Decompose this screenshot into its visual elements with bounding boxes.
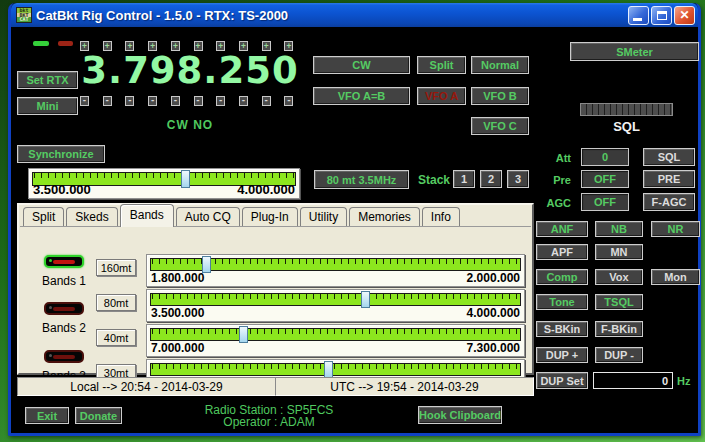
rx-row-value: OFF bbox=[581, 170, 629, 188]
band-min-label: 1.800.000 bbox=[151, 271, 204, 285]
client-area: Set RTX Mini ++++++++++ 3.798.250 ------… bbox=[14, 27, 695, 430]
title-bar[interactable]: bktBKTCAT CatBkt Rig Control - 1.5.0 - R… bbox=[11, 3, 698, 27]
band-slider-track[interactable] bbox=[150, 328, 521, 341]
sql-button[interactable]: SQL bbox=[643, 148, 695, 166]
split-button[interactable]: Split bbox=[417, 56, 466, 74]
mini-button[interactable]: Mini bbox=[17, 97, 78, 115]
tab-bands[interactable]: Bands bbox=[120, 204, 174, 227]
band-slider-track[interactable] bbox=[150, 363, 521, 376]
band-slider-panel: 1.800.0002.000.000 bbox=[146, 254, 525, 287]
main-slider-min-label: 3.500.000 bbox=[33, 182, 91, 197]
tab-plug-in[interactable]: Plug-In bbox=[242, 207, 298, 227]
freq-digit-minus-button[interactable]: - bbox=[80, 96, 89, 106]
sql-meter-label: SQL bbox=[580, 119, 673, 134]
local-time-status: Local --> 20:54 - 2014-03-29 bbox=[17, 377, 276, 396]
vox-button[interactable]: Vox bbox=[595, 269, 643, 285]
mode-cw-button[interactable]: CW bbox=[313, 56, 410, 74]
normal-button[interactable]: Normal bbox=[471, 56, 529, 74]
led-dot-icon bbox=[49, 259, 52, 262]
freq-digit-minus-button[interactable]: - bbox=[216, 96, 225, 106]
window-title: CatBkt Rig Control - 1.5.0 - RTX: TS-200… bbox=[36, 8, 626, 23]
freq-digit-minus-button[interactable]: - bbox=[103, 96, 112, 106]
nr-button[interactable]: NR bbox=[651, 221, 700, 237]
rx-row-label: Att bbox=[541, 152, 571, 164]
dup-unit-label: Hz bbox=[677, 375, 690, 387]
stack-label: Stack bbox=[418, 173, 450, 187]
tab-skeds[interactable]: Skeds bbox=[66, 207, 117, 227]
tab-memories[interactable]: Memories bbox=[349, 207, 420, 227]
vfo-b-button[interactable]: VFO B bbox=[471, 87, 529, 105]
donate-button[interactable]: Donate bbox=[75, 407, 122, 424]
anf-button[interactable]: ANF bbox=[536, 221, 588, 237]
band-slider-labels: 7.000.0007.300.000 bbox=[151, 341, 520, 355]
vfo-a-button[interactable]: VFO A bbox=[417, 87, 466, 105]
f-agc-button[interactable]: F-AGC bbox=[643, 193, 695, 211]
operator-label: Operator : ADAM bbox=[164, 416, 374, 428]
pre-button[interactable]: PRE bbox=[643, 170, 695, 188]
dup--button[interactable]: DUP - bbox=[595, 347, 643, 363]
tab-split[interactable]: Split bbox=[23, 207, 64, 227]
comp-button[interactable]: Comp bbox=[536, 269, 588, 285]
tab-auto-cq[interactable]: Auto CQ bbox=[176, 207, 240, 227]
band-indicator-led bbox=[44, 255, 84, 268]
band-slider-panel: 3.500.0004.000.000 bbox=[146, 289, 525, 322]
tab-info[interactable]: Info bbox=[422, 207, 460, 227]
stack-3-button[interactable]: 3 bbox=[507, 170, 529, 188]
main-slider-max-label: 4.000.000 bbox=[237, 182, 295, 197]
freq-digit-minus-button[interactable]: - bbox=[284, 96, 293, 106]
vfo-c-button[interactable]: VFO C bbox=[471, 117, 529, 135]
band-indicator-label: Bands 1 bbox=[38, 274, 90, 288]
band-max-label: 2.000.000 bbox=[467, 271, 520, 285]
vfo-a-eq-b-button[interactable]: VFO A=B bbox=[313, 87, 410, 105]
freq-digit-minus-button[interactable]: - bbox=[148, 96, 157, 106]
exit-button[interactable]: Exit bbox=[25, 407, 69, 424]
smeter-button[interactable]: SMeter bbox=[570, 42, 699, 61]
station-info: Radio Station : SP5FCS Operator : ADAM bbox=[164, 404, 374, 428]
dup--button[interactable]: DUP + bbox=[536, 347, 588, 363]
band-40mt-button[interactable]: 40mt bbox=[96, 329, 136, 346]
maximize-button[interactable] bbox=[651, 6, 672, 25]
dup-set-button[interactable]: DUP Set bbox=[536, 372, 588, 389]
s-bkin-button[interactable]: S-BKin bbox=[536, 321, 588, 337]
f-bkin-button[interactable]: F-BKin bbox=[595, 321, 643, 337]
led-bar-icon bbox=[53, 355, 75, 359]
band-80mt-button[interactable]: 80mt bbox=[96, 294, 136, 311]
band-160mt-button[interactable]: 160mt bbox=[96, 259, 136, 276]
freq-digit-minus-button[interactable]: - bbox=[239, 96, 248, 106]
band-select-button[interactable]: 80 mt 3.5MHz bbox=[314, 170, 409, 189]
nb-button[interactable]: NB bbox=[595, 221, 643, 237]
minimize-button[interactable] bbox=[628, 6, 649, 25]
app-window: bktBKTCAT CatBkt Rig Control - 1.5.0 - R… bbox=[8, 3, 701, 436]
dup-offset-input[interactable]: 0 bbox=[593, 372, 673, 389]
apf-button[interactable]: APF bbox=[536, 244, 588, 260]
close-icon: ✕ bbox=[679, 8, 689, 22]
set-rtx-button[interactable]: Set RTX bbox=[17, 71, 78, 89]
band-indicator-label: Bands 2 bbox=[38, 321, 90, 335]
band-slider-track[interactable] bbox=[150, 293, 521, 306]
tab-utility[interactable]: Utility bbox=[300, 207, 347, 227]
rx-row-value: OFF bbox=[581, 193, 629, 211]
tone-button[interactable]: Tone bbox=[536, 294, 588, 310]
mode-status-text: CW NO bbox=[72, 118, 308, 132]
band-min-label: 3.500.000 bbox=[151, 306, 204, 320]
tab-panel: SplitSkedsBandsAuto CQPlug-InUtilityMemo… bbox=[17, 203, 534, 375]
tsql-button[interactable]: TSQL bbox=[595, 294, 643, 310]
freq-digit-minus-button[interactable]: - bbox=[194, 96, 203, 106]
mon-button[interactable]: Mon bbox=[651, 269, 700, 285]
band-slider-track[interactable] bbox=[150, 258, 521, 271]
freq-digit-minus-button[interactable]: - bbox=[262, 96, 271, 106]
rx-row-label: AGC bbox=[541, 197, 571, 209]
led-bar-icon bbox=[53, 307, 75, 311]
freq-digit-minus-button[interactable]: - bbox=[171, 96, 180, 106]
rx-led-icon bbox=[33, 41, 49, 46]
band-slider-labels: 3.500.0004.000.000 bbox=[151, 306, 520, 320]
stack-1-button[interactable]: 1 bbox=[453, 170, 475, 188]
close-button[interactable]: ✕ bbox=[674, 6, 695, 25]
hook-clipboard-button[interactable]: Hook Clipboard bbox=[418, 406, 502, 424]
rx-row-label: Pre bbox=[541, 174, 571, 186]
mn-button[interactable]: MN bbox=[595, 244, 643, 260]
stack-2-button[interactable]: 2 bbox=[480, 170, 502, 188]
band-max-label: 7.300.000 bbox=[467, 341, 520, 355]
freq-digit-minus-button[interactable]: - bbox=[125, 96, 134, 106]
synchronize-button[interactable]: Synchronize bbox=[17, 145, 105, 163]
